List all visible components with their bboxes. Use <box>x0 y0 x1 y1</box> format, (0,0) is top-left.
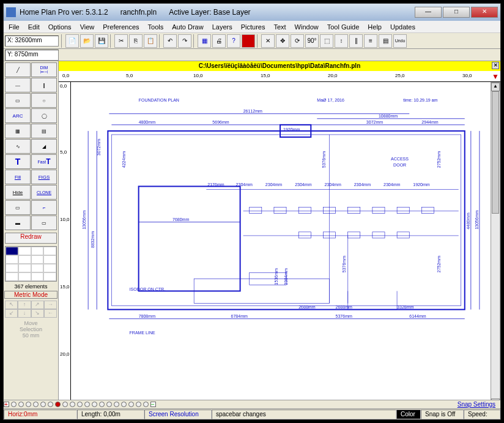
tool-dim[interactable]: DIM⊢⊣ <box>31 62 57 77</box>
zoom-dots[interactable]: + − Snap Settings <box>4 400 500 408</box>
app-icon <box>6 7 16 17</box>
status-color[interactable]: Color <box>396 410 421 419</box>
rot90-icon[interactable]: 90° <box>305 34 319 48</box>
status-bar: Horiz:0mm Length: 0,00m Screen Resolutio… <box>4 408 500 419</box>
delete-icon[interactable]: ✕ <box>261 34 275 48</box>
svg-text:1920mm: 1920mm <box>283 127 300 132</box>
open-icon[interactable]: 📂 <box>80 34 94 48</box>
minimize-button[interactable]: — <box>415 7 442 18</box>
new-icon[interactable]: 📄 <box>65 34 79 48</box>
svg-rect-15 <box>397 208 409 214</box>
tool-figs[interactable]: FIGS <box>31 170 57 184</box>
copy-icon[interactable]: ⎘ <box>129 34 143 48</box>
rotate-icon[interactable]: ⟳ <box>291 34 304 48</box>
svg-text:3328mm: 3328mm <box>397 305 413 309</box>
menu-toolguide[interactable]: Tool Guide <box>327 23 360 31</box>
menu-edit[interactable]: Edit <box>28 23 40 31</box>
svg-text:13056mm: 13056mm <box>475 210 479 229</box>
tool-line[interactable]: ╱ <box>5 62 31 77</box>
tool-r1[interactable]: ▭ <box>5 200 31 215</box>
menu-updates[interactable]: Updates <box>390 23 415 31</box>
status-spacebar: spacebar changes <box>212 410 396 419</box>
alignv-icon[interactable]: ‖ <box>349 34 363 48</box>
tool-grid1[interactable]: ▦ <box>5 124 31 138</box>
menu-pictures[interactable]: Pictures <box>241 23 265 31</box>
svg-text:2752mm: 2752mm <box>437 151 441 168</box>
svg-text:2944mm: 2944mm <box>421 120 438 124</box>
tool-vline[interactable]: ‖ <box>31 78 57 92</box>
menu-window[interactable]: Window <box>295 23 319 31</box>
undo-icon[interactable]: ↶ <box>163 34 177 48</box>
svg-text:4480mm: 4480mm <box>466 212 470 229</box>
tool-hide[interactable]: Hide <box>5 185 31 200</box>
color-palette[interactable] <box>5 246 57 282</box>
save-icon[interactable]: 💾 <box>95 34 108 48</box>
move-icon[interactable]: ✥ <box>276 34 289 48</box>
svg-text:ISODOR ON CTR.: ISODOR ON CTR. <box>130 287 166 291</box>
menu-layers[interactable]: Layers <box>212 23 232 31</box>
svg-text:FRAME LINE: FRAME LINE <box>130 331 156 335</box>
menu-file[interactable]: File <box>9 23 20 31</box>
svg-rect-11 <box>298 208 311 214</box>
status-screen[interactable]: Screen Resolution <box>144 410 212 419</box>
tool-r4[interactable]: ▭ <box>31 215 57 230</box>
close-button[interactable]: ✕ <box>471 7 498 18</box>
tool-grid2[interactable]: ▤ <box>31 124 57 138</box>
tool-circle[interactable]: ○ <box>31 93 57 108</box>
arrow-pad[interactable]: ↖↑↗→ ↙↓↘← <box>5 301 57 318</box>
canvas[interactable]: C:\Users\ïëüçîâàòåëü\Documents\hpp\Data\… <box>59 61 500 419</box>
tool-fill[interactable]: Fill <box>5 170 31 184</box>
tool-r2[interactable]: ⌐ <box>31 200 57 215</box>
svg-text:8832mm: 8832mm <box>91 231 95 248</box>
svg-text:4800mm: 4800mm <box>139 120 155 124</box>
menu-help[interactable]: Help <box>368 23 382 31</box>
help-icon[interactable]: ? <box>227 34 240 48</box>
print-icon[interactable]: 🖨 <box>212 34 226 48</box>
align-icon[interactable]: ↕ <box>335 34 348 48</box>
tool-clone[interactable]: CLONE <box>31 185 57 200</box>
svg-text:2304mm: 2304mm <box>295 182 311 187</box>
svg-rect-13 <box>348 208 360 214</box>
menu-preferences[interactable]: Preferences <box>103 23 139 31</box>
menu-view[interactable]: View <box>80 23 95 31</box>
svg-rect-20 <box>372 232 385 238</box>
svg-text:6144mm: 6144mm <box>409 314 426 318</box>
floor-plan[interactable]: 26112mm 10880mm 4800mm 5696mm 1920mm 307… <box>71 82 489 408</box>
svg-text:FOUNDATION PLAN: FOUNDATION PLAN <box>139 98 179 102</box>
menu-text[interactable]: Text <box>273 23 286 31</box>
menu-tools[interactable]: Tools <box>148 23 164 31</box>
zoom-in-icon: + <box>4 402 9 407</box>
redraw-button[interactable]: Redraw <box>5 233 57 244</box>
tool-hline[interactable]: — <box>5 78 31 92</box>
tool-ellipse[interactable]: ◯ <box>31 108 57 123</box>
menu-options[interactable]: Options <box>48 23 72 31</box>
metric-mode[interactable]: Metric Mode <box>4 291 57 299</box>
stop-icon[interactable] <box>242 34 255 48</box>
toolbar: X: 32600mm 📄 📂 💾 ✂ ⎘ 📋 ↶ ↷ ▦ 🖨 ? ✕ ✥ ⟳ 9… <box>4 33 500 49</box>
cut-icon[interactable]: ✂ <box>114 34 128 48</box>
menu-autodraw[interactable]: Auto Draw <box>172 23 203 31</box>
tool-tri[interactable]: ◢ <box>31 139 57 154</box>
snap-settings-link[interactable]: Snap Settings <box>453 401 500 408</box>
grid-icon[interactable]: ▦ <box>198 34 211 48</box>
flip-icon[interactable]: ≡ <box>364 34 377 48</box>
svg-text:13056mm: 13056mm <box>82 210 86 229</box>
tool-fasttext[interactable]: FastT <box>31 154 57 169</box>
close-path-button[interactable]: ✕ <box>492 62 499 69</box>
scrollbar-vertical[interactable]: ▲▼ <box>491 82 500 408</box>
tool-arc[interactable]: ARC <box>5 108 31 123</box>
redo-icon[interactable]: ↷ <box>178 34 191 48</box>
status-length: Length: 0,00m <box>77 410 144 419</box>
select-icon[interactable]: ⬚ <box>320 34 333 48</box>
tool-curve[interactable]: ∿ <box>5 139 31 154</box>
tool-text[interactable]: T <box>5 154 31 169</box>
maximize-button[interactable]: □ <box>443 7 470 18</box>
tool-rect[interactable]: ▭ <box>5 93 31 108</box>
paste-icon[interactable]: 📋 <box>144 34 157 48</box>
svg-text:5376mm: 5376mm <box>342 256 346 272</box>
svg-rect-16 <box>421 208 434 214</box>
menubar: File Edit Options View Preferences Tools… <box>4 21 500 33</box>
layers-icon[interactable]: ▤ <box>379 34 392 48</box>
undo2-icon[interactable]: Undo <box>393 34 407 48</box>
tool-r3[interactable]: ▬ <box>5 215 31 230</box>
